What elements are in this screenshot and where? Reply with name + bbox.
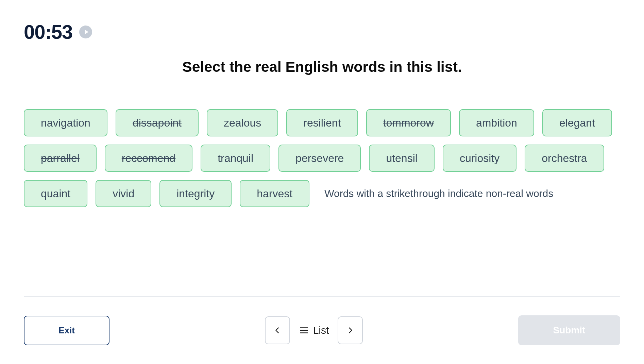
- exit-button[interactable]: Exit: [24, 316, 109, 345]
- word-chip[interactable]: reccomend: [105, 145, 192, 172]
- word-chip[interactable]: orchestra: [525, 145, 604, 172]
- word-chip[interactable]: elegant: [542, 109, 612, 136]
- submit-button[interactable]: Submit: [518, 315, 620, 345]
- word-chip[interactable]: integrity: [159, 180, 232, 207]
- word-chip[interactable]: zealous: [207, 109, 278, 136]
- prev-button[interactable]: [265, 316, 290, 344]
- word-chip[interactable]: utensil: [369, 145, 435, 172]
- next-button[interactable]: [338, 316, 363, 344]
- question-prompt: Select the real English words in this li…: [24, 59, 620, 75]
- word-chip[interactable]: harvest: [240, 180, 309, 207]
- word-chip[interactable]: parrallel: [24, 145, 97, 172]
- hint-text: Words with a strikethrough indicate non-…: [324, 188, 553, 199]
- word-chip[interactable]: tommorow: [366, 109, 451, 136]
- chevron-left-icon: [274, 327, 281, 334]
- words-area: navigationdissapointzealousresilienttomm…: [24, 109, 620, 207]
- timer-display: 00:53: [24, 20, 72, 43]
- word-chip[interactable]: curiosity: [443, 145, 516, 172]
- word-chip[interactable]: navigation: [24, 109, 107, 136]
- footer: Exit List Submit: [24, 297, 620, 364]
- header: 00:53: [24, 20, 620, 43]
- play-button[interactable]: [79, 26, 92, 38]
- word-chip[interactable]: ambition: [459, 109, 534, 136]
- play-icon: [84, 29, 89, 35]
- word-chip[interactable]: resilient: [286, 109, 358, 136]
- word-chip[interactable]: quaint: [24, 180, 87, 207]
- word-chip[interactable]: vivid: [96, 180, 151, 207]
- word-chip[interactable]: dissapoint: [116, 109, 199, 136]
- word-chip[interactable]: persevere: [278, 145, 361, 172]
- list-button[interactable]: List: [296, 325, 332, 336]
- list-label: List: [313, 325, 329, 336]
- chevron-right-icon: [346, 327, 354, 334]
- word-chip[interactable]: tranquil: [201, 145, 270, 172]
- nav-center: List: [265, 316, 363, 344]
- list-icon: [299, 325, 309, 335]
